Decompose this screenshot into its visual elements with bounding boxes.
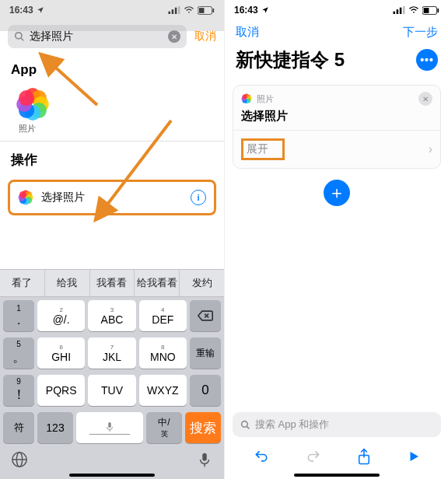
svg-line-28 bbox=[247, 426, 249, 428]
wifi-icon bbox=[408, 6, 419, 14]
toolbar bbox=[225, 443, 448, 470]
suggestion[interactable]: 看了 bbox=[0, 270, 45, 296]
key-punct[interactable]: 1. bbox=[3, 300, 34, 331]
home-indicator bbox=[294, 474, 380, 477]
more-button[interactable]: ••• bbox=[416, 49, 438, 71]
chevron-right-icon: › bbox=[429, 142, 432, 156]
info-icon[interactable]: i bbox=[191, 190, 206, 205]
key-period[interactable]: 5。 bbox=[3, 337, 34, 369]
suggestion[interactable]: 我看看 bbox=[90, 270, 135, 296]
screenshot-right: 16:43 取消 下一步 新快捷指令 5 ••• bbox=[224, 0, 448, 479]
key-0[interactable]: 0 bbox=[190, 375, 221, 406]
svg-rect-20 bbox=[397, 9, 399, 14]
search-icon bbox=[14, 31, 25, 42]
key-backspace[interactable] bbox=[190, 300, 221, 331]
key-def[interactable]: 4DEF bbox=[139, 300, 187, 331]
share-icon[interactable] bbox=[356, 448, 372, 465]
page-title-row: 新快捷指令 5 ••• bbox=[225, 44, 448, 80]
key-123[interactable]: 123 bbox=[37, 412, 73, 443]
page-title: 新快捷指令 5 bbox=[236, 47, 345, 72]
photos-mini-icon bbox=[241, 93, 252, 104]
status-bar: 16:43 bbox=[225, 0, 448, 20]
key-search[interactable]: 搜索 bbox=[185, 412, 221, 443]
photos-app-icon[interactable] bbox=[16, 87, 50, 121]
svg-rect-19 bbox=[394, 12, 396, 14]
cancel-button[interactable]: 取消 bbox=[194, 30, 216, 44]
clear-search-icon[interactable]: ✕ bbox=[168, 30, 180, 43]
globe-icon[interactable] bbox=[11, 451, 28, 468]
key-tuv[interactable]: TUV bbox=[88, 375, 135, 406]
key-2[interactable]: 2@/. bbox=[37, 300, 85, 331]
action-label: 选择照片 bbox=[41, 191, 183, 205]
undo-icon[interactable] bbox=[253, 449, 270, 464]
svg-rect-25 bbox=[424, 8, 429, 13]
search-icon bbox=[240, 420, 250, 430]
suggestion[interactable]: 给我 bbox=[45, 270, 90, 296]
mic-icon[interactable] bbox=[196, 451, 213, 468]
add-action-button[interactable]: ＋ bbox=[324, 180, 350, 206]
app-section-header: App bbox=[0, 53, 224, 82]
svg-rect-26 bbox=[437, 8, 439, 12]
bottom-search-placeholder: 搜索 App 和操作 bbox=[255, 418, 329, 432]
key-pqrs[interactable]: PQRS bbox=[37, 375, 85, 406]
key-jkl[interactable]: 7JKL bbox=[88, 337, 135, 369]
next-button[interactable]: 下一步 bbox=[403, 25, 438, 40]
action-card: 照片 ✕ 选择照片 展开 › bbox=[233, 85, 441, 169]
key-excl[interactable]: 9！ bbox=[3, 375, 34, 406]
redo-icon bbox=[305, 449, 322, 464]
key-abc[interactable]: 3ABC bbox=[88, 300, 135, 331]
svg-rect-21 bbox=[400, 8, 402, 14]
search-value: 选择照片 bbox=[30, 30, 163, 44]
keyboard: 看了 给我 我看看 给我看看 发约 1. 2@/. 3ABC 4DEF 5。 6… bbox=[0, 269, 224, 479]
photos-mini-icon bbox=[18, 190, 33, 205]
backspace-icon bbox=[198, 310, 213, 321]
bottom-search[interactable]: 搜索 App 和操作 bbox=[233, 412, 441, 437]
svg-line-9 bbox=[21, 38, 24, 41]
suggestion[interactable]: 发约 bbox=[180, 270, 224, 296]
mic-small-icon bbox=[105, 421, 114, 432]
suggestion-bar: 看了 给我 我看看 给我看看 发约 bbox=[0, 269, 224, 297]
action-select-photos[interactable]: 选择照片 i bbox=[8, 180, 216, 215]
svg-point-8 bbox=[16, 33, 22, 39]
expand-row[interactable]: 展开 › bbox=[233, 130, 440, 168]
key-ghi[interactable]: 6GHI bbox=[37, 337, 85, 369]
key-wxyz[interactable]: WXYZ bbox=[139, 375, 187, 406]
battery-icon bbox=[422, 6, 439, 15]
signal-icon bbox=[393, 6, 405, 14]
key-mno[interactable]: 8MNO bbox=[139, 337, 187, 369]
key-symbols[interactable]: 符 bbox=[3, 412, 34, 443]
nav-row: 取消 下一步 bbox=[225, 20, 448, 44]
key-reinput[interactable]: 重输 bbox=[190, 337, 221, 369]
home-indicator bbox=[69, 474, 155, 477]
key-space[interactable] bbox=[76, 412, 143, 443]
close-icon[interactable]: ✕ bbox=[418, 92, 432, 106]
card-title: 选择照片 bbox=[233, 107, 440, 130]
actions-section-header: 操作 bbox=[0, 141, 224, 173]
svg-rect-12 bbox=[108, 421, 111, 427]
svg-point-27 bbox=[242, 421, 248, 427]
svg-rect-22 bbox=[403, 6, 405, 14]
play-icon[interactable] bbox=[407, 449, 421, 463]
dimmed-backdrop bbox=[0, 0, 224, 31]
cancel-button[interactable]: 取消 bbox=[236, 25, 259, 40]
screenshot-left: 16:43 选择照片 ✕ 取消 App 照片 操作 bbox=[0, 0, 224, 479]
key-lang[interactable]: 中/英 bbox=[146, 412, 182, 443]
expand-label: 展开 bbox=[241, 138, 285, 160]
suggestion[interactable]: 给我看看 bbox=[135, 270, 180, 296]
svg-rect-17 bbox=[202, 453, 207, 461]
card-app-label: 照片 bbox=[257, 93, 274, 105]
location-icon bbox=[261, 6, 269, 14]
photos-app-label: 照片 bbox=[19, 123, 224, 135]
svg-point-23 bbox=[413, 12, 415, 13]
status-time: 16:43 bbox=[234, 5, 258, 16]
